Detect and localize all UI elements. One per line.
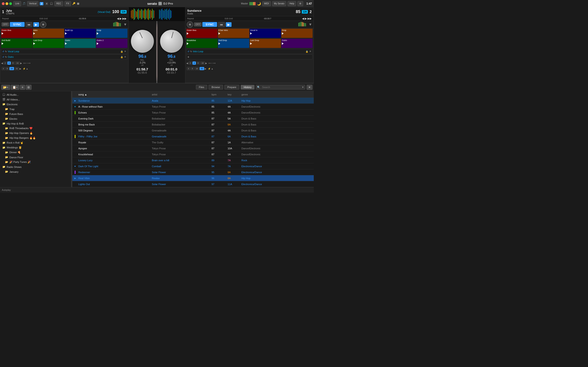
deck2-cue-3[interactable]: Vocal In: [250, 29, 281, 38]
table-row[interactable]: Loosey Lucy Brain over a hill 89 7A Rock: [72, 157, 314, 163]
close-button[interactable]: [2, 2, 5, 5]
deck1-cue-8[interactable]: Outro 2: [96, 39, 128, 48]
deck1-cue-5[interactable]: 2nd Build: [1, 39, 32, 48]
deck2-platter[interactable]: [160, 30, 183, 53]
deck2-beat-16[interactable]: 16: [200, 61, 205, 65]
track-header-artist[interactable]: artist: [150, 93, 210, 96]
table-row[interactable]: Lights Out Solar Flower 97 11A Electroni…: [72, 181, 314, 187]
sidebar-item-future-bass[interactable]: 📂 Future Bass: [0, 111, 71, 116]
browse-tab[interactable]: Browse: [208, 85, 223, 90]
table-row[interactable]: ■ A - Rose without Rain Tokyo Prose 85 4…: [72, 104, 314, 110]
table-row[interactable]: Royale The Guilty 87 1A Alternative: [72, 140, 314, 145]
deck1-beat-8[interactable]: 8: [11, 61, 15, 65]
grid-view-button[interactable]: ⊞: [26, 85, 32, 90]
deck2-beat2-8[interactable]: 8: [191, 67, 194, 70]
deck1-beat2-32[interactable]: 32: [15, 67, 19, 70]
table-row[interactable]: Evening Dark Bobabacker 87 5A Drum & Bas…: [72, 116, 314, 122]
deck2-off-button[interactable]: OFF: [194, 23, 201, 26]
rec-button[interactable]: REC: [54, 1, 63, 6]
midi-button[interactable]: MIDI: [262, 1, 271, 6]
settings-button[interactable]: ⚙: [297, 1, 303, 6]
deck2-beat-2[interactable]: 2: [189, 61, 192, 65]
deck2-cue-4[interactable]: Drop: [281, 29, 313, 38]
table-row[interactable]: 500 Degrees Grenadesafe 87 4A Drum & Bas…: [72, 127, 314, 133]
sidebar-item-january[interactable]: 📂 January: [0, 169, 71, 174]
table-row[interactable]: ■ Dark Of The Light Comball 94 7A Electr…: [72, 163, 314, 169]
sidebar-item-dinner[interactable]: 📂 Dinner 🍕: [0, 150, 71, 155]
deck1-waveform-icon[interactable]: ⚡: [23, 67, 26, 70]
my-serato-button[interactable]: My Serato: [272, 1, 286, 6]
table-row[interactable]: Bring me Back Bobabacker 87 8A Drum & Ba…: [72, 122, 314, 127]
sidebar-item-weddings[interactable]: 📁 Weddings 👸: [0, 145, 71, 150]
sidebar-item-party-tunes[interactable]: 📂 🎉 Party Tunes 🎉: [0, 160, 71, 165]
table-row[interactable]: Knucklehead Tokyo Prose 87 1A Dance/Elec…: [72, 151, 314, 157]
deck1-beat-forward[interactable]: ⟶: [27, 62, 30, 65]
sidebar-item-rnb[interactable]: 📂 RnB Throwbacks ❤️: [0, 126, 71, 131]
deck2-cue-7[interactable]: Last Drop: [250, 39, 281, 48]
deck1-loop2-close[interactable]: ✕: [124, 55, 126, 58]
deck2-loop1-close[interactable]: ✕: [309, 50, 311, 53]
deck2-play-button[interactable]: ▶: [226, 22, 232, 27]
deck2-back-icon[interactable]: ◀: [302, 17, 304, 20]
table-row[interactable]: ▶ Sundance Asala 85 12A Hip Hop: [72, 98, 314, 104]
sidebar-item-all-audio[interactable]: 🎧 All Audio...: [0, 92, 71, 97]
deck2-cue-5[interactable]: Breakdow: [186, 39, 217, 48]
deck2-cue-6[interactable]: 2nd Drop: [218, 39, 249, 48]
track-header-song[interactable]: song ▲: [77, 93, 150, 96]
deck1-beat2-16[interactable]: 16: [9, 67, 14, 70]
deck2-cue-8[interactable]: Outro: [281, 39, 313, 48]
deck1-beat2-4[interactable]: 4: [2, 67, 5, 70]
deck1-beat-16[interactable]: 16: [15, 61, 20, 65]
sidebar-item-hiphop-openers[interactable]: 📂 Hip Hop Openers 🔥: [0, 131, 71, 135]
sidebar-item-dance-floor[interactable]: 📂 Dance Floor: [0, 155, 71, 160]
deck1-prev-button[interactable]: ⏮: [26, 22, 32, 27]
deck1-cue-knob[interactable]: [40, 21, 46, 28]
deck2-sync-button[interactable]: SYNC: [202, 22, 217, 27]
deck1-beat2-8[interactable]: 8: [6, 67, 9, 70]
deck2-expand-icon[interactable]: ▼: [309, 23, 312, 27]
deck1-beat-back[interactable]: ⟵: [23, 62, 27, 65]
deck1-platter[interactable]: [131, 30, 154, 53]
deck1-cue-1[interactable]: Down Bea: [1, 29, 32, 38]
search-filter-icon[interactable]: ▼: [302, 86, 304, 89]
deck2-prev-button[interactable]: ⏮: [218, 22, 225, 27]
deck1-cue-7[interactable]: Outro: [65, 39, 96, 48]
table-row[interactable]: Filthy - Filthy Joe Grenadesafe 87 6A Dr…: [72, 133, 314, 140]
add-crate-button[interactable]: 📂+: [1, 85, 10, 90]
deck1-beat-2[interactable]: 2: [3, 61, 7, 65]
sidebar-item-hiphop-bangers[interactable]: 📂 Hip Hop Bangers 🔥🔥: [0, 135, 71, 140]
deck1-forward2-icon[interactable]: ▶▶: [122, 17, 127, 20]
sidebar-item-radio-shows[interactable]: 📁 Radio Shows: [0, 165, 71, 169]
sidebar-item-trap[interactable]: 📂 Trap: [0, 107, 71, 111]
search-close-button[interactable]: ✕: [307, 85, 312, 90]
prepare-tab[interactable]: Prepare: [225, 85, 239, 90]
table-row[interactable]: Echoes Tokyo Prose 85 4A Dance/Electroni…: [72, 110, 314, 116]
sidebar-item-rocknroll[interactable]: 📁 Rock n Roll 🤘: [0, 140, 71, 145]
track-header-genre[interactable]: genre: [240, 93, 313, 96]
fx-button[interactable]: FX: [65, 1, 71, 6]
sidebar-item-electro[interactable]: 📂 Electro: [0, 116, 71, 121]
deck1-cue-2[interactable]: Intro: [33, 29, 64, 38]
list-view-button[interactable]: ≡: [20, 85, 25, 90]
deck1-cue-3[interactable]: Build Up: [65, 29, 96, 38]
deck2-forward-icon[interactable]: ▶: [305, 17, 307, 20]
deck1-beat2-next[interactable]: ▶: [19, 67, 21, 70]
deck2-cue-knob[interactable]: [187, 21, 193, 28]
deck1-cue-6[interactable]: Last Drop: [33, 39, 64, 48]
deck1-back-icon[interactable]: ◀: [117, 17, 119, 20]
table-row[interactable]: Apogee Tokyo Prose 87 10A Dance/Electron…: [72, 145, 314, 151]
deck1-expand-icon[interactable]: ▼: [123, 23, 127, 27]
deck2-beat-4[interactable]: 4: [192, 61, 196, 65]
deck2-grid-icon[interactable]: ▲: [211, 67, 213, 70]
add-playlist-button[interactable]: 📋+: [11, 85, 19, 90]
deck1-forward-icon[interactable]: ▶: [120, 17, 122, 20]
deck1-cue-4[interactable]: Drop: [96, 29, 128, 38]
deck1-beat-prev[interactable]: ◀: [1, 62, 3, 65]
deck1-beat-next[interactable]: ▶: [20, 62, 22, 65]
deck2-add-icon[interactable]: +: [187, 55, 189, 59]
deck1-loop1-close[interactable]: ✕: [124, 50, 126, 53]
search-input[interactable]: [260, 85, 302, 89]
help-button[interactable]: Help: [288, 1, 296, 6]
sidebar-item-all-videos[interactable]: 🎬 All Videos...: [0, 97, 71, 102]
deck1-beat-4[interactable]: 4: [7, 61, 11, 65]
